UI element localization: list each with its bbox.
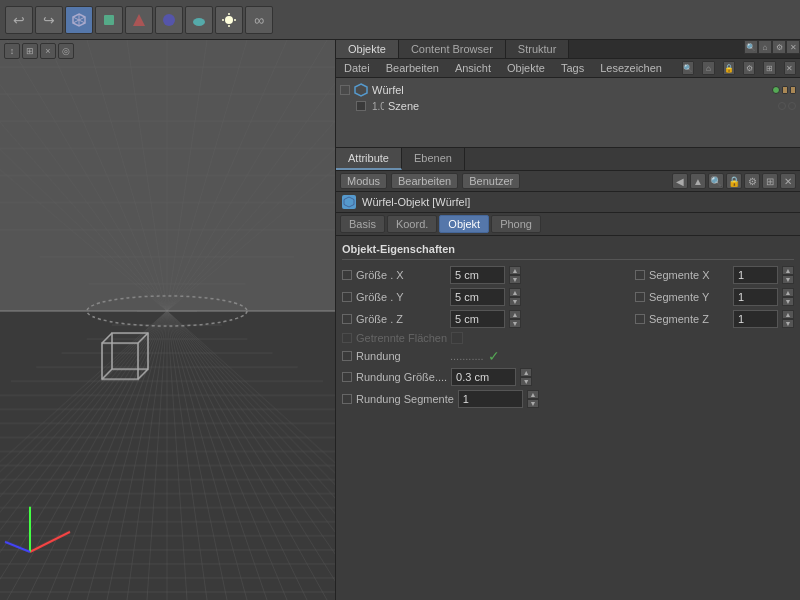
- getrennte-checkbox-indicator[interactable]: [451, 332, 463, 344]
- close-icon[interactable]: ✕: [786, 40, 800, 54]
- spin-down-rs[interactable]: ▼: [527, 399, 539, 408]
- expand-icon[interactable]: ⊞: [763, 61, 775, 75]
- spinner-rundung-segmente[interactable]: ▲ ▼: [527, 390, 539, 408]
- spinner-rundung-groesse[interactable]: ▲ ▼: [520, 368, 532, 386]
- input-rundung-segmente[interactable]: [458, 390, 523, 408]
- spin-up-rg[interactable]: ▲: [520, 368, 532, 377]
- tab-objekte[interactable]: Objekte: [336, 40, 399, 58]
- search-menu-icon[interactable]: 🔍: [682, 61, 694, 75]
- tab-struktur[interactable]: Struktur: [506, 40, 570, 58]
- vp-btn-2[interactable]: ⊞: [22, 43, 38, 59]
- sub-tab-bar: Basis Koord. Objekt Phong: [336, 213, 800, 236]
- close-menu-icon[interactable]: ✕: [784, 61, 796, 75]
- spinner-segmente-y[interactable]: ▲ ▼: [782, 288, 794, 306]
- spin-down-rg[interactable]: ▼: [520, 377, 532, 386]
- tab-attribute[interactable]: Attribute: [336, 148, 402, 170]
- toolbar-icon-undo[interactable]: ↩: [5, 6, 33, 34]
- spin-up-segz[interactable]: ▲: [782, 310, 794, 319]
- checkbox-rundung[interactable]: [342, 351, 352, 361]
- vp-btn-3[interactable]: ×: [40, 43, 56, 59]
- tab-content-browser[interactable]: Content Browser: [399, 40, 506, 58]
- spinner-groesse-y[interactable]: ▲ ▼: [509, 288, 521, 306]
- input-segmente-z[interactable]: [733, 310, 778, 328]
- tab-objekt[interactable]: Objekt: [439, 215, 489, 233]
- toolbar-icon-infinity[interactable]: ∞: [245, 6, 273, 34]
- svg-point-8: [225, 16, 233, 24]
- nav-up[interactable]: ▲: [690, 173, 706, 189]
- list-item[interactable]: 1.0 Szene: [340, 98, 796, 114]
- spinner-segmente-z[interactable]: ▲ ▼: [782, 310, 794, 328]
- checkbox-rundung-segmente[interactable]: [342, 394, 352, 404]
- home-icon[interactable]: ⌂: [758, 40, 772, 54]
- toolbar-benutzer[interactable]: Benutzer: [462, 173, 520, 189]
- menu-bearbeiten[interactable]: Bearbeiten: [382, 61, 443, 75]
- spin-up-rs[interactable]: ▲: [527, 390, 539, 399]
- toolbar-icon-light[interactable]: [215, 6, 243, 34]
- toolbar-icon-cube[interactable]: [65, 6, 93, 34]
- spin-up-segy[interactable]: ▲: [782, 288, 794, 297]
- spin-up-groesse-x[interactable]: ▲: [509, 266, 521, 275]
- input-segmente-x[interactable]: [733, 266, 778, 284]
- toolbar-icon-shape2[interactable]: [125, 6, 153, 34]
- toolbar-icon-shape1[interactable]: [95, 6, 123, 34]
- menu-lesezeichen[interactable]: Lesezeichen: [596, 61, 666, 75]
- spin-down-segx[interactable]: ▼: [782, 275, 794, 284]
- settings-icon[interactable]: ⚙: [772, 40, 786, 54]
- checkbox-groesse-y[interactable]: [342, 292, 352, 302]
- vp-btn-4[interactable]: ◎: [58, 43, 74, 59]
- menu-datei[interactable]: Datei: [340, 61, 374, 75]
- checkbox-groesse-x[interactable]: [342, 270, 352, 280]
- menu-ansicht[interactable]: Ansicht: [451, 61, 495, 75]
- spinner-groesse-x[interactable]: ▲ ▼: [509, 266, 521, 284]
- spin-down-segz[interactable]: ▼: [782, 319, 794, 328]
- tab-koord[interactable]: Koord.: [387, 215, 437, 233]
- checkbox-segmente-x[interactable]: [635, 270, 645, 280]
- spin-up-groesse-y[interactable]: ▲: [509, 288, 521, 297]
- spin-down-groesse-z[interactable]: ▼: [509, 319, 521, 328]
- tab-basis[interactable]: Basis: [340, 215, 385, 233]
- input-groesse-x[interactable]: [450, 266, 505, 284]
- lock-icon[interactable]: 🔒: [723, 61, 735, 75]
- home-menu-icon[interactable]: ⌂: [702, 61, 714, 75]
- list-item[interactable]: Würfel: [340, 82, 796, 98]
- spin-down-segy[interactable]: ▼: [782, 297, 794, 306]
- input-groesse-z[interactable]: [450, 310, 505, 328]
- settings-attr-icon[interactable]: ⚙: [744, 173, 760, 189]
- obj-checkbox-szene[interactable]: [356, 101, 366, 111]
- checkbox-segmente-z[interactable]: [635, 314, 645, 324]
- nav-left[interactable]: ◀: [672, 173, 688, 189]
- toolbar-bearbeiten[interactable]: Bearbeiten: [391, 173, 458, 189]
- prop-row-groesse-y: Größe . Y ▲ ▼ Segmente Y: [342, 286, 794, 308]
- input-segmente-y[interactable]: [733, 288, 778, 306]
- checkbox-getrennte[interactable]: [342, 333, 352, 343]
- menu-tags[interactable]: Tags: [557, 61, 588, 75]
- tab-phong[interactable]: Phong: [491, 215, 541, 233]
- obj-checkbox-wurfel[interactable]: [340, 85, 350, 95]
- lock-attr-icon[interactable]: 🔒: [726, 173, 742, 189]
- checkbox-groesse-z[interactable]: [342, 314, 352, 324]
- close-attr-icon[interactable]: ✕: [780, 173, 796, 189]
- gear-icon[interactable]: ⚙: [743, 61, 755, 75]
- checkbox-segmente-y[interactable]: [635, 292, 645, 302]
- checkbox-rundung-groesse[interactable]: [342, 372, 352, 382]
- toolbar-modus[interactable]: Modus: [340, 173, 387, 189]
- vp-btn-1[interactable]: ↕: [4, 43, 20, 59]
- toolbar-icon-shape3[interactable]: [155, 6, 183, 34]
- spin-up-segx[interactable]: ▲: [782, 266, 794, 275]
- label-rundung: Rundung: [356, 350, 446, 362]
- tab-ebenen[interactable]: Ebenen: [402, 148, 465, 170]
- input-rundung-groesse[interactable]: [451, 368, 516, 386]
- search-icon[interactable]: 🔍: [744, 40, 758, 54]
- viewport: ↕ ⊞ × ◎: [0, 40, 335, 600]
- expand-attr-icon[interactable]: ⊞: [762, 173, 778, 189]
- search-attr-icon[interactable]: 🔍: [708, 173, 724, 189]
- spin-down-groesse-x[interactable]: ▼: [509, 275, 521, 284]
- toolbar-icon-shape4[interactable]: [185, 6, 213, 34]
- spin-down-groesse-y[interactable]: ▼: [509, 297, 521, 306]
- toolbar-icon-redo[interactable]: ↪: [35, 6, 63, 34]
- spinner-segmente-x[interactable]: ▲ ▼: [782, 266, 794, 284]
- input-groesse-y[interactable]: [450, 288, 505, 306]
- menu-objekte[interactable]: Objekte: [503, 61, 549, 75]
- spinner-groesse-z[interactable]: ▲ ▼: [509, 310, 521, 328]
- spin-up-groesse-z[interactable]: ▲: [509, 310, 521, 319]
